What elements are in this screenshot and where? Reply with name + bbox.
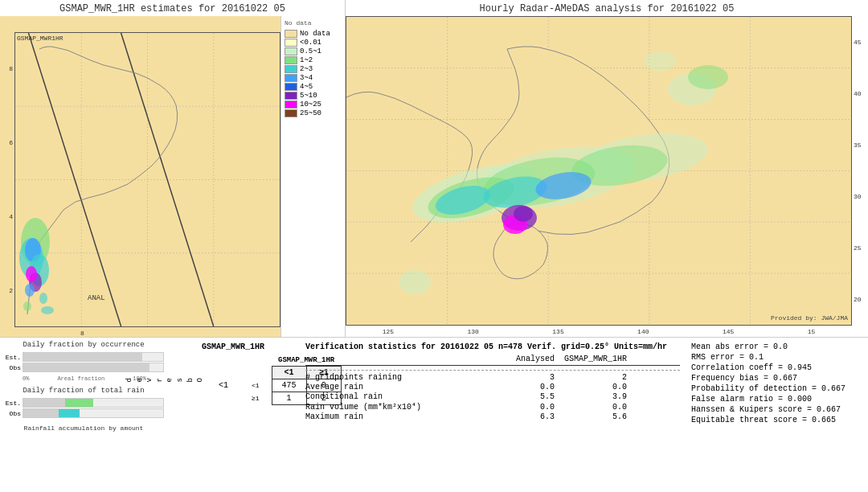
legend-color-5-10 (285, 92, 297, 100)
verif-stat-name-3: Rain volume (mm*km²x10⁴) (305, 402, 498, 412)
legend-1-2: 1~2 (285, 56, 342, 64)
legend-color-3-4 (285, 74, 297, 82)
verification-area: Verification statistics for 20161022 05 … (302, 341, 683, 489)
legend-2-3: 2~3 (285, 65, 342, 73)
bottom-charts-panel: Daily fraction by occurrence Est. Obs (3, 341, 164, 489)
svg-point-14 (25, 284, 35, 297)
bar-row-obs: Obs (3, 363, 164, 372)
divider-1 (305, 370, 680, 371)
satellite-track (15, 33, 280, 326)
legend-25-50: 25~50 (285, 109, 342, 117)
legend-color-05-1 (285, 47, 297, 55)
legend-area: No data No data <0.01 0.5~1 (280, 16, 345, 337)
bar-chart-rain: Est. Obs (3, 398, 164, 418)
legend-10-25: 10~25 (285, 100, 342, 109)
verif-gsmap-2: 3.9 (555, 392, 627, 401)
est-bar-container (23, 352, 164, 362)
legend-lt001: <0.01 (285, 39, 342, 47)
chart3-title: Rainfall accumulation by amount (3, 424, 164, 432)
obs-bar2-fill (23, 409, 59, 417)
top-section: GSMAP_MWR_1HR estimates for 20161022 05 … (0, 0, 868, 338)
svg-point-16 (41, 306, 54, 314)
stat-false-alarm: False alarm ratio = 0.000 (691, 395, 862, 404)
stat-rms-error: RMS error = 0.1 (691, 353, 862, 362)
right-y-axis: 45 40 35 30 25 20 (852, 16, 868, 326)
right-map-bg: Provided by: JWA/JMA (346, 16, 852, 326)
verif-analysed-0: 3 (498, 373, 555, 382)
svg-point-38 (514, 206, 533, 222)
bottom-section: Daily fraction by occurrence Est. Obs (0, 338, 868, 492)
verif-gsmap-4: 5.6 (555, 412, 627, 421)
legend-color-4-5 (285, 83, 297, 91)
stat-frequency-bias: Frequency bias = 0.667 (691, 374, 862, 383)
verif-gsmap-3: 0.0 (555, 403, 627, 412)
obs-label-chart: Obs (3, 364, 21, 371)
right-stats-panel: Mean abs error = 0.0 RMS error = 0.1 Cor… (688, 341, 865, 489)
bar-row-est: Est. (3, 352, 164, 362)
row-lt1-label: <1 (207, 379, 240, 392)
verif-stat-name-2: Conditional rain (305, 392, 498, 401)
verif-header-row: Analysed GSMAP_MWR_1HR (305, 355, 680, 366)
obs-label2: Obs (3, 410, 21, 417)
verif-row-2: Conditional rain 5.5 3.9 (305, 392, 680, 401)
legend-color-10-25 (285, 100, 297, 109)
legend-05-1: 0.5~1 (285, 47, 342, 55)
verif-gsmap-0: 2 (555, 373, 627, 382)
verif-header-analysed: Analysed (498, 355, 555, 363)
est-bar2-fill (23, 399, 65, 407)
svg-point-41 (644, 51, 676, 71)
est-label: Est. (3, 354, 21, 361)
obs-bar2-container (23, 408, 164, 418)
legend-no-data: No data (285, 30, 342, 38)
stat-correlation: Correlation coeff = 0.945 (691, 363, 862, 372)
left-panel-title: GSMAP_MWR_1HR estimates for 20161022 05 (0, 0, 345, 16)
svg-point-40 (688, 65, 728, 89)
legend-color-1-2 (285, 56, 297, 64)
svg-point-13 (26, 266, 37, 282)
obs-bar-fill (23, 363, 149, 371)
legend-color-nodata (285, 30, 297, 38)
verif-stat-name-0: # gridpoints raining (305, 373, 498, 382)
right-map-panel: Hourly Radar-AMeDAS analysis for 2016102… (346, 0, 868, 337)
legend-color-2-3 (285, 65, 297, 73)
left-y-axis: 8 6 4 2 (0, 32, 14, 327)
col-lt1-header: <1 (272, 367, 306, 379)
left-x-axis: 8 (80, 330, 84, 337)
left-map-area: 8 6 4 2 8 GSMAP_MWR1HR ANAL (0, 16, 345, 337)
axis-areal: Areal fraction (57, 375, 104, 382)
verif-gsmap-1: 0.0 (555, 383, 627, 392)
est-bar2-green (65, 399, 93, 407)
chart1-title: Daily fraction by occurrence (3, 341, 164, 349)
est-bar-fill (23, 353, 142, 361)
bar-row-obs2: Obs (3, 408, 164, 418)
stat-equitable-threat: Equitable threat score = 0.665 (691, 416, 862, 424)
legend-title: No data (285, 19, 342, 27)
verif-row-3: Rain volume (mm*km²x10⁴) 0.0 0.0 (305, 402, 680, 412)
legend-color-lt001 (285, 39, 297, 47)
obs-bar-container (23, 363, 164, 372)
contingency-area: GSMAP_MWR_1HR Observed GSMAP_MWR_1HR <1 … (169, 341, 297, 489)
verif-analysed-3: 0.0 (498, 403, 555, 412)
legend-color-25-50 (285, 109, 297, 117)
svg-point-15 (39, 293, 47, 304)
legend-3-4: 3~4 (285, 74, 342, 82)
provided-by-label: Provided by: JWA/JMA (771, 314, 848, 322)
left-map-bg: GSMAP_MWR1HR ANAL (14, 32, 280, 327)
legend-4-5: 4~5 (285, 83, 342, 91)
verif-row-4: Maximum rain 6.3 5.6 (305, 412, 680, 421)
stat-mean-abs-error: Mean abs error = 0.0 (691, 342, 862, 351)
svg-point-17 (23, 301, 31, 311)
verif-row-1: Average rain 0.0 0.0 (305, 383, 680, 392)
verif-table: Analysed GSMAP_MWR_1HR # gridpoints rain… (305, 355, 680, 421)
svg-point-42 (399, 270, 431, 294)
obs-bar2-cyan (59, 409, 80, 417)
est-bar2-container (23, 398, 164, 408)
verif-analysed-4: 6.3 (498, 412, 555, 421)
verif-analysed-2: 5.5 (498, 392, 555, 401)
main-container: GSMAP_MWR_1HR estimates for 20161022 05 … (0, 0, 868, 492)
cell-1: 1 (272, 392, 306, 405)
verif-header-stat (305, 355, 498, 363)
verif-title: Verification statistics for 20161022 05 … (305, 342, 680, 351)
stat-prob-detection: Probability of detection = 0.667 (691, 384, 862, 393)
verif-row-0: # gridpoints raining 3 2 (305, 373, 680, 382)
